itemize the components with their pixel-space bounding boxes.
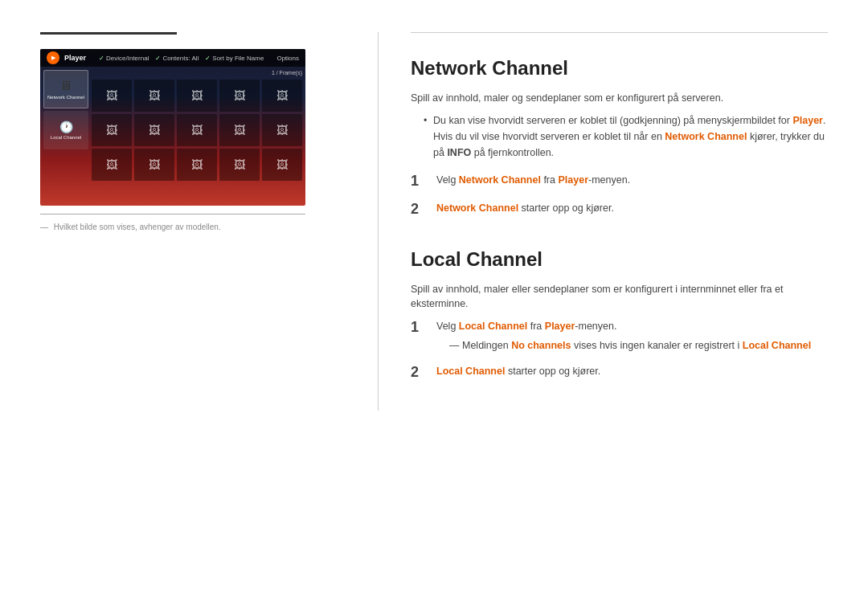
no-channels-highlight: No channels [511,340,571,351]
network-channel-description: Spill av innhold, maler og sendeplaner s… [411,91,828,106]
local-channel-section: Local Channel Spill av innhold, maler el… [411,248,828,382]
thumb-2: 🖼 [134,80,174,112]
thumbnail-row-3: 🖼 🖼 🖼 🖼 🖼 [92,149,302,181]
sort-menu: ✓ Sort by File Name [205,55,264,62]
local-channel-link-1: Local Channel [459,321,527,332]
thumbnail-grid: 1 / Frame(s) 🖼 🖼 🖼 [92,70,302,202]
player-bar: ▶ Player ✓ Device/Internal ✓ Contents: A… [40,49,305,67]
local-channel-link-3: Local Channel [436,366,505,377]
network-channel-steps: 1 Velg Network Channel fra Player-menyen… [411,172,828,219]
player-icon: ▶ [47,51,59,64]
thumb-8: 🖼 [177,114,217,146]
player-menu-items: ✓ Device/Internal ✓ Contents: All ✓ Sort… [99,55,264,62]
step-nc-2: 2 Network Channel starter opp og kjører. [411,200,828,219]
right-panel: Network Channel Spill av innhold, maler … [411,32,828,411]
network-channel-link-2: Network Channel [436,202,518,214]
local-channel-item: 🕐 Local Channel [43,111,88,149]
screenshot-box: ▶ Player ✓ Device/Internal ✓ Contents: A… [40,49,305,206]
thumb-7: 🖼 [134,114,174,146]
step-sub-lc-1: Meldingen No channels vises hvis ingen k… [436,337,811,353]
step-nc-1: 1 Velg Network Channel fra Player-menyen… [411,172,828,190]
thumb-14: 🖼 [219,149,260,181]
right-top-rule [411,32,828,33]
thumb-3: 🖼 [177,80,217,112]
thumbnail-row-2: 🖼 🖼 🖼 🖼 🖼 [92,114,302,146]
top-rule [40,32,177,35]
thumb-15: 🖼 [262,149,302,181]
player-link-1: Player [558,174,588,186]
thumb-5: 🖼 [262,80,302,112]
channel-sidebar: 🖥 Network Channel 🕐 Local Channel [43,70,88,202]
vertical-divider [378,32,379,411]
player-highlight: Player [792,115,823,126]
thumb-11: 🖼 [92,149,132,181]
local-channel-steps: 1 Velg Local Channel fra Player-menyen. … [411,318,828,382]
player-link-2: Player [545,321,575,332]
page-info: 1 / Frame(s) [92,70,302,76]
network-channel-item: 🖥 Network Channel [43,70,88,108]
local-channel-highlight-2: Local Channel [743,340,811,351]
bottom-rule [40,214,305,215]
thumbnail-row-1: 🖼 🖼 🖼 🖼 🖼 [92,80,302,112]
local-channel-description: Spill av innhold, maler eller sendeplane… [411,282,828,313]
info-highlight: INFO [447,147,471,158]
local-channel-title: Local Channel [411,248,828,271]
network-channel-title: Network Channel [411,57,828,80]
thumb-4: 🖼 [219,80,260,112]
thumb-13: 🖼 [177,149,217,181]
network-icon: 🖥 [59,79,72,93]
step-lc-2: 2 Local Channel starter opp og kjører. [411,363,828,382]
options-button[interactable]: Options [276,55,299,62]
thumb-6: 🖼 [92,114,132,146]
player-label: Player [64,54,86,62]
bullet-item-1: Du kan vise hvorvidt serveren er koblet … [424,112,828,161]
thumb-9: 🖼 [219,114,260,146]
thumb-1: 🖼 [92,80,132,112]
network-channel-highlight-1: Network Channel [665,131,747,142]
step-lc-1: 1 Velg Local Channel fra Player-menyen. … [411,318,828,353]
network-channel-section: Network Channel Spill av innhold, maler … [411,57,828,219]
network-channel-link-1: Network Channel [459,174,541,186]
left-panel: ▶ Player ✓ Device/Internal ✓ Contents: A… [40,32,346,411]
contents-menu: ✓ Contents: All [155,55,199,62]
screenshot-content: 🖥 Network Channel 🕐 Local Channel 1 / Fr… [40,67,305,206]
screenshot-note: ― Hvilket bilde som vises, avhenger av m… [40,223,346,231]
device-menu: ✓ Device/Internal [99,55,149,62]
thumb-10: 🖼 [262,114,302,146]
clock-icon: 🕐 [59,121,73,133]
network-channel-bullets: Du kan vise hvorvidt serveren er koblet … [411,112,828,161]
thumb-12: 🖼 [134,149,174,181]
